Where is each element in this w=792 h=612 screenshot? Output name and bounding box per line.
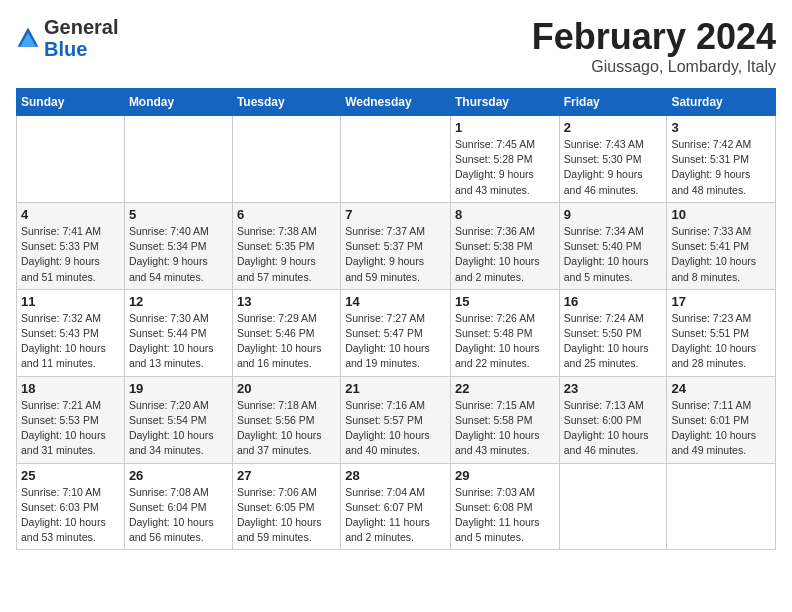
day-info: Sunrise: 7:36 AM Sunset: 5:38 PM Dayligh…: [455, 224, 555, 285]
calendar-cell: [17, 116, 125, 203]
calendar-cell: 8Sunrise: 7:36 AM Sunset: 5:38 PM Daylig…: [450, 202, 559, 289]
weekday-header-tuesday: Tuesday: [232, 89, 340, 116]
calendar-cell: 19Sunrise: 7:20 AM Sunset: 5:54 PM Dayli…: [124, 376, 232, 463]
calendar-cell: 9Sunrise: 7:34 AM Sunset: 5:40 PM Daylig…: [559, 202, 667, 289]
day-number: 11: [21, 294, 120, 309]
calendar-cell: 21Sunrise: 7:16 AM Sunset: 5:57 PM Dayli…: [341, 376, 451, 463]
weekday-header-monday: Monday: [124, 89, 232, 116]
day-info: Sunrise: 7:32 AM Sunset: 5:43 PM Dayligh…: [21, 311, 120, 372]
calendar-cell: 11Sunrise: 7:32 AM Sunset: 5:43 PM Dayli…: [17, 289, 125, 376]
week-row-2: 4Sunrise: 7:41 AM Sunset: 5:33 PM Daylig…: [17, 202, 776, 289]
logo-icon: [16, 26, 40, 50]
day-number: 8: [455, 207, 555, 222]
day-number: 3: [671, 120, 771, 135]
day-info: Sunrise: 7:27 AM Sunset: 5:47 PM Dayligh…: [345, 311, 446, 372]
day-info: Sunrise: 7:10 AM Sunset: 6:03 PM Dayligh…: [21, 485, 120, 546]
day-number: 12: [129, 294, 228, 309]
calendar-cell: 25Sunrise: 7:10 AM Sunset: 6:03 PM Dayli…: [17, 463, 125, 550]
calendar-cell: 3Sunrise: 7:42 AM Sunset: 5:31 PM Daylig…: [667, 116, 776, 203]
day-number: 23: [564, 381, 663, 396]
calendar-cell: 22Sunrise: 7:15 AM Sunset: 5:58 PM Dayli…: [450, 376, 559, 463]
weekday-header-row: SundayMondayTuesdayWednesdayThursdayFrid…: [17, 89, 776, 116]
calendar-cell: 7Sunrise: 7:37 AM Sunset: 5:37 PM Daylig…: [341, 202, 451, 289]
day-info: Sunrise: 7:34 AM Sunset: 5:40 PM Dayligh…: [564, 224, 663, 285]
calendar-cell: 1Sunrise: 7:45 AM Sunset: 5:28 PM Daylig…: [450, 116, 559, 203]
calendar-cell: 26Sunrise: 7:08 AM Sunset: 6:04 PM Dayli…: [124, 463, 232, 550]
day-info: Sunrise: 7:08 AM Sunset: 6:04 PM Dayligh…: [129, 485, 228, 546]
calendar-cell: 14Sunrise: 7:27 AM Sunset: 5:47 PM Dayli…: [341, 289, 451, 376]
day-number: 27: [237, 468, 336, 483]
calendar-cell: 2Sunrise: 7:43 AM Sunset: 5:30 PM Daylig…: [559, 116, 667, 203]
calendar-cell: 18Sunrise: 7:21 AM Sunset: 5:53 PM Dayli…: [17, 376, 125, 463]
day-info: Sunrise: 7:45 AM Sunset: 5:28 PM Dayligh…: [455, 137, 555, 198]
logo-general: General: [44, 16, 118, 38]
calendar-title: February 2024: [532, 16, 776, 58]
day-info: Sunrise: 7:26 AM Sunset: 5:48 PM Dayligh…: [455, 311, 555, 372]
calendar-cell: 13Sunrise: 7:29 AM Sunset: 5:46 PM Dayli…: [232, 289, 340, 376]
day-number: 20: [237, 381, 336, 396]
day-info: Sunrise: 7:21 AM Sunset: 5:53 PM Dayligh…: [21, 398, 120, 459]
day-info: Sunrise: 7:38 AM Sunset: 5:35 PM Dayligh…: [237, 224, 336, 285]
day-number: 18: [21, 381, 120, 396]
calendar-cell: 20Sunrise: 7:18 AM Sunset: 5:56 PM Dayli…: [232, 376, 340, 463]
day-info: Sunrise: 7:23 AM Sunset: 5:51 PM Dayligh…: [671, 311, 771, 372]
calendar-cell: 16Sunrise: 7:24 AM Sunset: 5:50 PM Dayli…: [559, 289, 667, 376]
logo: General Blue: [16, 16, 118, 60]
calendar-cell: 12Sunrise: 7:30 AM Sunset: 5:44 PM Dayli…: [124, 289, 232, 376]
calendar-cell: 24Sunrise: 7:11 AM Sunset: 6:01 PM Dayli…: [667, 376, 776, 463]
day-number: 15: [455, 294, 555, 309]
day-number: 17: [671, 294, 771, 309]
calendar-cell: 4Sunrise: 7:41 AM Sunset: 5:33 PM Daylig…: [17, 202, 125, 289]
week-row-3: 11Sunrise: 7:32 AM Sunset: 5:43 PM Dayli…: [17, 289, 776, 376]
day-number: 7: [345, 207, 446, 222]
weekday-header-friday: Friday: [559, 89, 667, 116]
day-info: Sunrise: 7:40 AM Sunset: 5:34 PM Dayligh…: [129, 224, 228, 285]
week-row-1: 1Sunrise: 7:45 AM Sunset: 5:28 PM Daylig…: [17, 116, 776, 203]
day-number: 13: [237, 294, 336, 309]
day-info: Sunrise: 7:04 AM Sunset: 6:07 PM Dayligh…: [345, 485, 446, 546]
day-number: 24: [671, 381, 771, 396]
day-info: Sunrise: 7:18 AM Sunset: 5:56 PM Dayligh…: [237, 398, 336, 459]
day-info: Sunrise: 7:41 AM Sunset: 5:33 PM Dayligh…: [21, 224, 120, 285]
day-info: Sunrise: 7:42 AM Sunset: 5:31 PM Dayligh…: [671, 137, 771, 198]
day-number: 6: [237, 207, 336, 222]
weekday-header-wednesday: Wednesday: [341, 89, 451, 116]
day-number: 22: [455, 381, 555, 396]
day-number: 25: [21, 468, 120, 483]
day-number: 9: [564, 207, 663, 222]
day-number: 5: [129, 207, 228, 222]
day-number: 16: [564, 294, 663, 309]
weekday-header-sunday: Sunday: [17, 89, 125, 116]
day-info: Sunrise: 7:11 AM Sunset: 6:01 PM Dayligh…: [671, 398, 771, 459]
day-number: 14: [345, 294, 446, 309]
calendar-cell: 29Sunrise: 7:03 AM Sunset: 6:08 PM Dayli…: [450, 463, 559, 550]
day-info: Sunrise: 7:24 AM Sunset: 5:50 PM Dayligh…: [564, 311, 663, 372]
day-info: Sunrise: 7:33 AM Sunset: 5:41 PM Dayligh…: [671, 224, 771, 285]
calendar-cell: [232, 116, 340, 203]
day-info: Sunrise: 7:03 AM Sunset: 6:08 PM Dayligh…: [455, 485, 555, 546]
week-row-5: 25Sunrise: 7:10 AM Sunset: 6:03 PM Dayli…: [17, 463, 776, 550]
day-info: Sunrise: 7:06 AM Sunset: 6:05 PM Dayligh…: [237, 485, 336, 546]
weekday-header-thursday: Thursday: [450, 89, 559, 116]
page-header: General Blue February 2024 Giussago, Lom…: [16, 16, 776, 76]
calendar-cell: 28Sunrise: 7:04 AM Sunset: 6:07 PM Dayli…: [341, 463, 451, 550]
day-info: Sunrise: 7:37 AM Sunset: 5:37 PM Dayligh…: [345, 224, 446, 285]
day-number: 2: [564, 120, 663, 135]
calendar-cell: [559, 463, 667, 550]
calendar-subtitle: Giussago, Lombardy, Italy: [532, 58, 776, 76]
calendar-cell: [341, 116, 451, 203]
day-info: Sunrise: 7:20 AM Sunset: 5:54 PM Dayligh…: [129, 398, 228, 459]
calendar-cell: 23Sunrise: 7:13 AM Sunset: 6:00 PM Dayli…: [559, 376, 667, 463]
day-info: Sunrise: 7:16 AM Sunset: 5:57 PM Dayligh…: [345, 398, 446, 459]
day-number: 1: [455, 120, 555, 135]
calendar-cell: [124, 116, 232, 203]
day-info: Sunrise: 7:29 AM Sunset: 5:46 PM Dayligh…: [237, 311, 336, 372]
day-info: Sunrise: 7:43 AM Sunset: 5:30 PM Dayligh…: [564, 137, 663, 198]
calendar-cell: 15Sunrise: 7:26 AM Sunset: 5:48 PM Dayli…: [450, 289, 559, 376]
logo-text: General Blue: [44, 16, 118, 60]
day-number: 28: [345, 468, 446, 483]
day-number: 26: [129, 468, 228, 483]
weekday-header-saturday: Saturday: [667, 89, 776, 116]
day-number: 21: [345, 381, 446, 396]
day-number: 10: [671, 207, 771, 222]
